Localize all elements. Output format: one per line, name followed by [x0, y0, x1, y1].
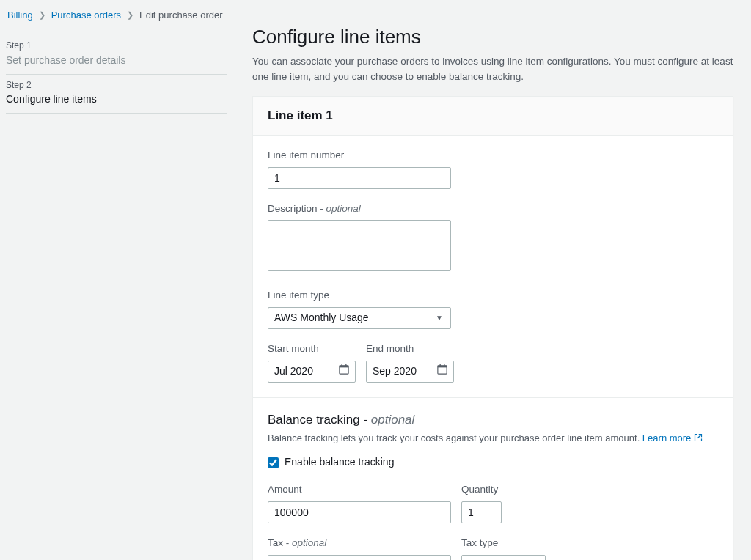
amount-input[interactable]: [268, 501, 451, 523]
chevron-right-icon: ❯: [127, 10, 133, 21]
date-value: Jul 2020: [274, 364, 313, 379]
wizard-step-2[interactable]: Step 2 Configure line items: [6, 75, 227, 114]
enable-balance-tracking-label: Enable balance tracking: [285, 455, 394, 470]
line-item-number-label: Line item number: [268, 149, 718, 163]
balance-tracking-title: Balance tracking - optional: [268, 411, 718, 429]
description-label: Description - optional: [268, 202, 718, 216]
description-textarea[interactable]: [268, 220, 451, 271]
date-value: Sep 2020: [373, 364, 417, 379]
page-title: Configure line items: [252, 23, 733, 50]
select-value: AWS Monthly Usage: [274, 311, 369, 325]
end-month-label: End month: [366, 342, 454, 356]
balance-tracking-desc: Balance tracking lets you track your cos…: [268, 432, 718, 446]
svg-rect-6: [440, 364, 441, 366]
calendar-icon: [339, 364, 349, 378]
line-item-number-input[interactable]: [268, 167, 451, 189]
quantity-label: Quantity: [461, 483, 502, 497]
breadcrumb-billing[interactable]: Billing: [7, 9, 33, 22]
page-description: You can associate your purchase orders t…: [252, 54, 733, 84]
tax-label: Tax - optional: [268, 537, 451, 550]
svg-rect-2: [342, 364, 342, 366]
enable-balance-tracking-checkbox[interactable]: [268, 457, 279, 468]
breadcrumb-current: Edit purchase order: [139, 9, 222, 22]
step-number: Step 2: [6, 79, 227, 92]
line-item-card: Line item 1 Line item number Description…: [252, 96, 733, 560]
breadcrumb-purchase-orders[interactable]: Purchase orders: [51, 9, 121, 22]
breadcrumb: Billing ❯ Purchase orders ❯ Edit purchas…: [6, 9, 227, 35]
svg-rect-3: [345, 364, 346, 366]
step-number: Step 1: [6, 40, 227, 52]
tax-type-select[interactable]: % of amount ▼: [461, 555, 546, 560]
quantity-input[interactable]: [461, 501, 502, 523]
tax-type-label: Tax type: [461, 537, 546, 550]
external-link-icon: [694, 433, 703, 446]
caret-down-icon: ▼: [436, 313, 443, 323]
start-month-input[interactable]: Jul 2020: [268, 361, 356, 383]
end-month-input[interactable]: Sep 2020: [366, 361, 454, 383]
svg-rect-7: [444, 364, 444, 366]
line-item-type-label: Line item type: [268, 289, 718, 303]
card-header: Line item 1: [253, 97, 733, 136]
tax-input[interactable]: [268, 555, 451, 560]
start-month-label: Start month: [268, 342, 356, 356]
svg-rect-1: [340, 366, 348, 368]
amount-label: Amount: [268, 483, 451, 497]
step-title: Set purchase order details: [6, 54, 227, 68]
svg-rect-5: [438, 366, 447, 368]
chevron-right-icon: ❯: [39, 10, 45, 21]
wizard-step-1[interactable]: Step 1 Set purchase order details: [6, 35, 227, 74]
learn-more-link[interactable]: Learn more: [642, 432, 703, 443]
line-item-type-select[interactable]: AWS Monthly Usage ▼: [268, 307, 451, 329]
calendar-icon: [437, 364, 447, 378]
step-title: Configure line items: [6, 92, 227, 107]
